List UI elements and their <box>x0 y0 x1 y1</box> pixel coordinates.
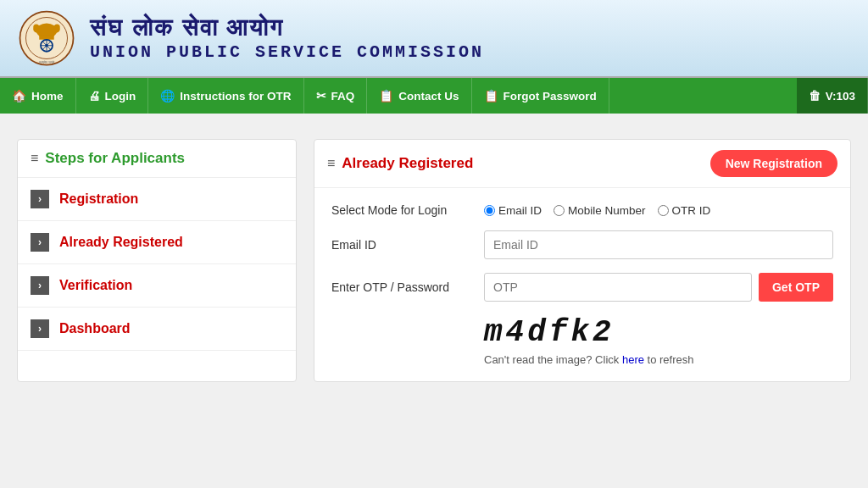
email-field-wrapper <box>484 230 833 259</box>
select-mode-row: Select Mode for Login Email ID Mobile Nu… <box>331 203 833 217</box>
login-icon: 🖨 <box>88 89 100 103</box>
navbar: 🏠 Home 🖨 Login 🌐 Instructions for OTR ✂ … <box>0 78 868 114</box>
nav-home-label: Home <box>31 90 64 103</box>
svg-point-13 <box>54 24 60 30</box>
captcha-section: m4dfk2 Can't read the image? Click here … <box>484 315 833 366</box>
sidebar-label-already-registered: Already Registered <box>59 235 183 250</box>
radio-email[interactable] <box>484 205 495 216</box>
form-content: Select Mode for Login Email ID Mobile Nu… <box>314 188 850 381</box>
otr-icon: 🌐 <box>160 89 175 103</box>
nav-login[interactable]: 🖨 Login <box>76 78 149 114</box>
email-input[interactable] <box>484 230 833 259</box>
org-hindi: संघ लोक सेवा आयोग <box>90 14 484 42</box>
nav-version-label: V:103 <box>826 90 855 103</box>
left-panel-header: ≡ Steps for Applicants <box>18 140 296 178</box>
radio-mobile-label[interactable]: Mobile Number <box>554 204 646 217</box>
main-content: ≡ Steps for Applicants › Registration › … <box>0 122 868 399</box>
version-icon: 🗑 <box>809 89 821 103</box>
get-otp-button[interactable]: Get OTP <box>759 273 833 302</box>
radio-otr[interactable] <box>658 205 669 216</box>
home-icon: 🏠 <box>12 89 26 103</box>
svg-text:सत्यमेव जयते: सत्यमेव जयते <box>38 60 55 64</box>
chevron-registration: › <box>31 190 49 208</box>
nav-login-label: Login <box>105 90 136 103</box>
org-english: UNION PUBLIC SERVICE COMMISSION <box>90 42 484 62</box>
svg-point-12 <box>33 24 39 30</box>
hamburger-icon: ≡ <box>31 151 38 166</box>
sidebar-item-already-registered[interactable]: › Already Registered <box>18 221 296 264</box>
nav-otr-label: Instructions for OTR <box>180 90 291 103</box>
nav-otr[interactable]: 🌐 Instructions for OTR <box>148 78 303 114</box>
radio-otr-label[interactable]: OTR ID <box>658 204 711 217</box>
hamburger-right-icon: ≡ <box>327 156 335 171</box>
new-registration-button[interactable]: New Registration <box>710 150 837 177</box>
nav-forgot[interactable]: 📋 Forgot Password <box>472 78 609 114</box>
nav-forgot-label: Forgot Password <box>504 90 597 103</box>
chevron-dashboard: › <box>31 319 49 338</box>
captcha-hint-text: Can't read the image? Click here to refr… <box>484 353 833 366</box>
captcha-refresh-link[interactable]: here <box>622 353 644 366</box>
chevron-verification: › <box>31 276 49 295</box>
sidebar-item-registration[interactable]: › Registration <box>18 178 296 221</box>
email-label: Email ID <box>331 238 476 252</box>
radio-email-label[interactable]: Email ID <box>484 204 542 217</box>
otp-label: Enter OTP / Password <box>331 280 476 294</box>
captcha-image: m4dfk2 <box>484 315 833 350</box>
sidebar-label-verification: Verification <box>59 278 132 293</box>
email-row: Email ID <box>331 230 833 259</box>
otp-input[interactable] <box>484 273 752 302</box>
nav-version: 🗑 V:103 <box>797 78 868 114</box>
header: सत्यमेव जयते संघ लोक सेवा आयोग UNION PUB… <box>0 0 868 78</box>
nav-faq[interactable]: ✂ FAQ <box>304 78 368 114</box>
sidebar-item-verification[interactable]: › Verification <box>18 264 296 308</box>
right-panel-header-left: ≡ Already Registered <box>327 155 473 172</box>
left-panel-title: Steps for Applicants <box>45 150 185 167</box>
right-panel-title: Already Registered <box>342 155 473 172</box>
captcha-hint-suffix: to refresh <box>648 353 694 366</box>
header-text: संघ लोक सेवा आयोग UNION PUBLIC SERVICE C… <box>90 14 484 62</box>
select-mode-label: Select Mode for Login <box>331 203 476 217</box>
right-panel: ≡ Already Registered New Registration Se… <box>314 139 851 382</box>
nav-contact[interactable]: 📋 Contact Us <box>367 78 471 114</box>
chevron-already-registered: › <box>31 233 49 252</box>
nav-faq-label: FAQ <box>331 90 355 103</box>
sidebar-label-dashboard: Dashboard <box>59 321 131 336</box>
emblem-logo: सत्यमेव जयते <box>17 8 76 68</box>
radio-mobile[interactable] <box>554 205 565 216</box>
faq-icon: ✂ <box>316 89 326 103</box>
contact-icon: 📋 <box>379 89 393 103</box>
otp-field-wrapper: Get OTP <box>484 273 833 302</box>
radio-email-text: Email ID <box>498 204 542 217</box>
otp-row: Enter OTP / Password Get OTP <box>331 273 833 302</box>
login-mode-radio-group: Email ID Mobile Number OTR ID <box>484 204 833 217</box>
radio-mobile-text: Mobile Number <box>568 204 646 217</box>
sidebar-item-dashboard[interactable]: › Dashboard <box>18 308 296 351</box>
right-panel-header: ≡ Already Registered New Registration <box>314 140 850 188</box>
radio-otr-text: OTR ID <box>672 204 711 217</box>
nav-contact-label: Contact Us <box>398 90 459 103</box>
forgot-icon: 📋 <box>484 89 498 103</box>
sidebar-label-registration: Registration <box>59 191 138 207</box>
nav-home[interactable]: 🏠 Home <box>0 78 76 114</box>
captcha-hint-prefix: Can't read the image? Click <box>484 353 619 366</box>
left-panel: ≡ Steps for Applicants › Registration › … <box>17 139 297 382</box>
